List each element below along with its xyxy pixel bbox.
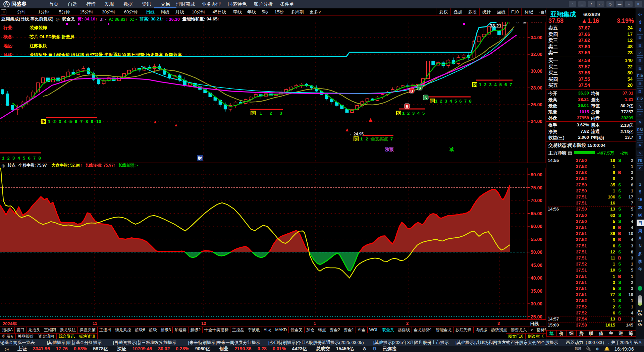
btn-画线[interactable]: 画线 (494, 8, 508, 16)
strip-period-月[interactable]: 月 (637, 235, 644, 242)
period-60分钟[interactable]: 60分钟 (124, 8, 138, 16)
tab-板块资讯[interactable]: 板块资讯 (77, 333, 98, 339)
tab-综合资讯[interactable]: 综合资讯 (57, 333, 77, 339)
qp-tab-价[interactable]: 价 (557, 330, 567, 337)
qp-tab-值[interactable]: 值 (596, 330, 606, 337)
period-季线[interactable]: 季线 (233, 8, 242, 16)
strip-icon-F10[interactable]: F10 (637, 73, 643, 79)
menu-理财商城[interactable]: 理财商城 (174, 0, 197, 8)
qp-tab-笔[interactable]: 笔 (546, 330, 557, 337)
tab-趋势拐点[interactable]: 趋势拐点 (489, 327, 509, 333)
strip-icon-✎[interactable]: ✎ (637, 150, 643, 156)
strip-period-日[interactable]: 日 (637, 220, 644, 226)
status-tool-icon-3[interactable]: 🔔 (604, 346, 609, 351)
strip-icon-F12[interactable]: F12 (637, 96, 643, 102)
strip-period-多[interactable]: 多 (637, 250, 644, 257)
tab-窗口[interactable]: 窗口 (15, 327, 26, 333)
strip-nav-2[interactable]: ⇩ (637, 26, 644, 33)
period-45日线[interactable]: 45日线 (213, 8, 226, 16)
tab-金龙趋势1[interactable]: 金龙趋势1 (412, 327, 434, 333)
period-年线[interactable]: 年线 (247, 8, 256, 16)
chat-icon[interactable]: ◔ (569, 1, 576, 7)
strip-icon-$[interactable]: $ (637, 134, 643, 140)
period-5分钟[interactable]: 5分钟 (59, 8, 70, 16)
strip-icon-fx[interactable]: fx (637, 104, 643, 110)
close-icon[interactable]: ✕ (635, 1, 642, 7)
monitor-icon[interactable]: ▭ (597, 1, 604, 7)
strip-icon-▨[interactable]: ▨ (637, 80, 643, 86)
menu-国盛特色[interactable]: 国盛特色 (225, 0, 249, 8)
qp-tab-逆[interactable]: 逆 (616, 330, 626, 337)
tab-主控盘[interactable]: 主控盘 (230, 327, 246, 333)
tab-AI金[interactable]: AI金 (356, 327, 367, 333)
status-icon[interactable]: ◎ (5, 346, 9, 352)
tab-加速爆[interactable]: 加速爆 (173, 327, 189, 333)
btn-复权[interactable]: 复权 (436, 8, 450, 16)
strip-icon-RSI[interactable]: RSI (637, 127, 643, 133)
strip-period-周[interactable]: 周 (637, 227, 644, 234)
period-周线[interactable]: 周线 (161, 8, 169, 16)
period-月线[interactable]: 月线 (175, 8, 184, 16)
status-tool-icon-0[interactable]: ⌨ (575, 346, 581, 351)
period-日线[interactable]: 日线 (146, 8, 155, 16)
tab-宁波敢[interactable]: 宁波敢 (246, 327, 262, 333)
qp-tab-势[interactable]: 势 (577, 330, 587, 337)
btn-多股[interactable]: 多股 (465, 8, 479, 16)
tab-转点[interactable]: 转点 (316, 327, 328, 333)
strip-icon-≋[interactable]: ≋ (637, 119, 643, 125)
btn-叠加[interactable]: 叠加 (450, 8, 465, 16)
strip-period-年[interactable]: 年 (637, 266, 644, 273)
strip-icon-○[interactable]: ○ (637, 111, 643, 117)
layout-icon[interactable]: ▯ (1, 9, 6, 14)
tab-加仓[interactable]: 加仓 (305, 327, 316, 333)
status-tool-icon-2[interactable]: ⊕ (596, 346, 599, 351)
period-更多∨[interactable]: 更多∨ (309, 8, 321, 16)
menu-业务办理[interactable]: 业务办理 (200, 0, 223, 8)
period-10分钟[interactable]: 10分钟 (192, 8, 205, 16)
tab-WOL[interactable]: WOL (368, 327, 380, 333)
tab-智能金龙[interactable]: 智能金龙 (434, 327, 454, 333)
tab-均线振[interactable]: 均线振 (474, 327, 489, 333)
strip-icon-F5[interactable]: F5 (637, 158, 643, 164)
tab-资金1[interactable]: 资金1 (342, 327, 356, 333)
tab-抄底先锋[interactable]: 抄底先锋 (454, 327, 474, 333)
strip-period-5[interactable]: 5 (637, 189, 644, 195)
tab-超级6[interactable]: 超级6 (133, 327, 147, 333)
strip-icon-▦[interactable]: ▦ (637, 42, 643, 48)
strip-period-1[interactable]: 1 (637, 181, 644, 188)
strip-period-30[interactable]: 30 (637, 204, 644, 211)
strip-nav-1[interactable]: ⇧ (637, 19, 644, 25)
strip-period-60[interactable]: 60 (637, 212, 644, 219)
tab-三维阳[interactable]: 三维阳 (42, 327, 58, 333)
tab-more[interactable]: > (529, 327, 535, 333)
camera-icon[interactable]: ◙ (637, 339, 644, 345)
tab-低金叉[interactable]: 低金叉 (289, 327, 305, 333)
tab-十全十美指标[interactable]: 十全十美指标 (203, 327, 230, 333)
period-30分钟[interactable]: 30分钟 (102, 8, 115, 16)
tab-超级[interactable]: 超级 (147, 327, 159, 333)
strip-period-季[interactable]: 季 (637, 258, 644, 265)
tab-超级2[interactable]: 超级2 (189, 327, 203, 333)
index-上证[interactable]: 上证3341.9617.760.53%5878亿 (17, 346, 108, 352)
index-创业[interactable]: 创业2190.360.280.01%4423亿 (219, 346, 307, 352)
tab-MAKD[interactable]: MAKD (273, 327, 289, 333)
feature-icon[interactable]: ƒ (588, 1, 595, 7)
tab-AI龙[interactable]: AI龙 (262, 327, 273, 333)
status-tool-icon-1[interactable]: 🔌 (586, 346, 591, 351)
btn-统计[interactable]: 统计 (479, 8, 494, 16)
btn-F10[interactable]: F10 (508, 8, 521, 16)
tab-资金2[interactable]: 资金2 (328, 327, 342, 333)
settings-icon[interactable]: ☰ (578, 1, 586, 7)
strip-icon-▥[interactable]: ▥ (637, 57, 643, 63)
period-多周期[interactable]: 多周期 (291, 8, 304, 16)
period-15秒[interactable]: 15秒 (274, 8, 283, 16)
strip-period-N[interactable]: N (637, 243, 644, 249)
tab-资金流向[interactable]: 资金流向 (36, 333, 57, 339)
menu-账户分析[interactable]: 账户分析 (252, 0, 275, 8)
period-分时[interactable]: 分时 (17, 8, 26, 16)
tab-图文F10[interactable]: 图文F10 (506, 333, 526, 339)
qp-tab-筹[interactable]: 筹 (626, 330, 636, 337)
candlestick-chart[interactable]: 38.0036.0034.0032.0030.0028.0026.0024.00… (0, 22, 546, 163)
strip-icon-⟲[interactable]: ⟲ (637, 165, 643, 171)
tab-游资龙头[interactable]: 游资龙头 (509, 327, 529, 333)
